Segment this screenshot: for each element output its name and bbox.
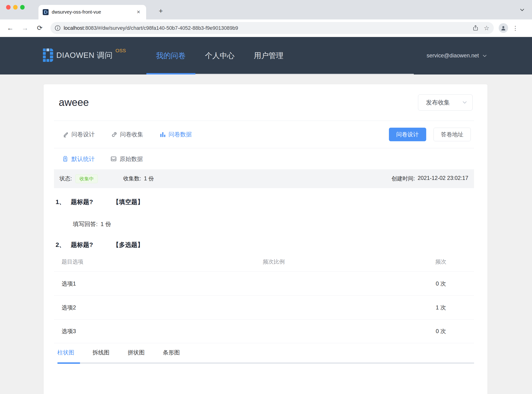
fullscreen-window-button[interactable] <box>20 5 25 10</box>
chart-type-tabs: 柱状图 拆线图 拼状图 条形图 <box>58 343 474 364</box>
answer-value: 1 份 <box>100 220 111 228</box>
question-1-answer: 填写回答: 1 份 <box>73 220 487 228</box>
question-type: 【填空题】 <box>113 198 144 206</box>
tab-label: 问卷数据 <box>169 130 192 138</box>
tab-survey-design[interactable]: 问卷设计 <box>62 130 95 138</box>
question-number: 1、 <box>56 198 65 206</box>
table-header: 题目选项 频次比例 频次 <box>54 252 474 271</box>
option-count: 0 次 <box>408 327 474 335</box>
nav-item-personal-center[interactable]: 个人中心 <box>195 37 245 75</box>
browser-tab[interactable]: dwsurvey-oss-front-vue ✕ <box>38 5 146 20</box>
screenshot-stage: dwsurvey-oss-front-vue ✕ + ← → ⟳ localho… <box>0 0 532 394</box>
nav-item-my-surveys[interactable]: 我的问卷 <box>146 37 195 75</box>
macos-window-controls[interactable] <box>6 5 25 10</box>
status-bar: 状态: 收集中 收集数: 1 份 创建时间: 2021-12-02 23:02:… <box>54 169 474 188</box>
chart-tabs-track <box>58 362 474 364</box>
address-bar[interactable]: localhost:8083/#/dw/survey/d/chart/c98fa… <box>50 22 494 34</box>
forward-button[interactable]: → <box>19 24 31 32</box>
table-row: 选项1 0.00% 0 次 <box>54 271 474 296</box>
close-window-button[interactable] <box>6 5 11 10</box>
url-host: localhost <box>64 25 84 31</box>
survey-section-tabs: 问卷设计 问卷收集 问卷数据 问卷设计 答卷地址 <box>44 121 487 148</box>
chart-tab-pie[interactable]: 拼状图 <box>128 349 145 356</box>
bar-chart-icon <box>160 131 166 138</box>
back-button[interactable]: ← <box>4 24 16 32</box>
inbox-icon <box>110 156 117 162</box>
option-count: 0 次 <box>408 280 474 287</box>
header-option: 题目选项 <box>54 258 263 265</box>
browser-toolbar: ← → ⟳ localhost:8083/#/dw/survey/d/chart… <box>0 20 532 37</box>
status-label: 状态: <box>60 175 72 182</box>
link-icon <box>111 131 118 138</box>
tab-label: 问卷设计 <box>72 130 95 138</box>
publish-collect-select[interactable]: 发布收集 <box>418 94 473 111</box>
tab-title: dwsurvey-oss-front-vue <box>52 9 135 15</box>
created-time-label: 创建时间: <box>392 175 415 182</box>
user-account-menu[interactable]: service@diaowen.net <box>427 37 487 75</box>
question-2-title: 2、 题标题? 【多选题】 <box>56 241 487 249</box>
favicon-icon <box>43 9 49 15</box>
share-icon[interactable] <box>472 25 479 31</box>
user-email: service@diaowen.net <box>427 52 479 59</box>
options-table: 题目选项 频次比例 频次 选项1 0.00% 0 次 选项2 100.00% 1… <box>54 252 474 343</box>
question-type: 【多选题】 <box>113 241 144 249</box>
header-count: 频次 <box>408 258 474 265</box>
tab-survey-data[interactable]: 问卷数据 <box>160 130 192 138</box>
url-text[interactable]: localhost:8083/#/dw/survey/d/chart/c98fa… <box>64 25 469 31</box>
logo-text: DIAOWEN 调问 <box>56 48 113 62</box>
subtab-raw-data[interactable]: 原始数据 <box>110 155 143 163</box>
created-time: 创建时间: 2021-12-02 23:02:17 <box>392 175 468 182</box>
option-label: 选项2 <box>54 304 263 311</box>
nav-item-user-management[interactable]: 用户管理 <box>244 37 293 75</box>
question-1-title: 1、 题标题? 【填空题】 <box>56 198 487 206</box>
new-tab-button[interactable]: + <box>156 6 165 16</box>
question-number: 2、 <box>56 241 65 249</box>
chart-tabs-active-indicator <box>58 362 80 364</box>
bookmark-star-icon[interactable]: ☆ <box>484 24 489 32</box>
minimize-window-button[interactable] <box>13 5 18 10</box>
tab-label: 问卷收集 <box>120 130 143 138</box>
question-text: 题标题? <box>71 198 93 206</box>
app-header: DIAOWEN 调问 OSS 我的问卷 个人中心 用户管理 service@di… <box>0 37 532 75</box>
subtab-label: 默认统计 <box>72 155 95 163</box>
site-info-icon[interactable] <box>55 25 61 31</box>
browser-profile-avatar[interactable] <box>499 23 508 33</box>
option-label: 选项1 <box>54 280 263 287</box>
option-label: 选项3 <box>54 327 263 335</box>
option-count: 1 次 <box>408 304 474 311</box>
chart-tab-hbar[interactable]: 条形图 <box>163 349 180 356</box>
question-text: 题标题? <box>71 241 93 249</box>
table-row: 选项3 0.00% 0 次 <box>54 319 474 343</box>
subtab-default-stats[interactable]: 默认统计 <box>62 155 95 163</box>
publish-select-value: 发布收集 <box>426 98 450 107</box>
app-logo[interactable]: DIAOWEN 调问 OSS <box>43 48 126 62</box>
chevron-down-icon <box>462 99 468 105</box>
survey-card: aweee 发布收集 问卷设计 问卷收集 <box>44 84 487 394</box>
tab-search-chevron-icon[interactable] <box>519 7 525 13</box>
survey-title-row: aweee 发布收集 <box>44 84 487 121</box>
created-time-value: 2021-12-02 23:02:17 <box>418 175 468 182</box>
chevron-down-icon <box>482 53 487 59</box>
browser-menu-icon[interactable]: ⋮ <box>512 25 518 32</box>
survey-title: aweee <box>59 97 89 108</box>
edit-pencil-icon <box>62 131 69 138</box>
chart-tab-bar[interactable]: 柱状图 <box>58 349 74 356</box>
diaowen-logo-icon <box>43 48 53 62</box>
collect-count-value: 1 份 <box>144 175 154 182</box>
tag-icon <box>62 156 69 162</box>
table-row: 选项2 100.00% 1 次 <box>54 296 474 319</box>
logo-oss-badge: OSS <box>115 48 126 53</box>
stats-subtabs: 默认统计 原始数据 <box>44 148 487 169</box>
collect-count-label: 收集数: <box>123 175 141 182</box>
answer-url-button[interactable]: 答卷地址 <box>433 128 471 141</box>
chart-tab-line[interactable]: 拆线图 <box>93 349 110 356</box>
subtab-label: 原始数据 <box>120 155 143 163</box>
url-path: :8083/#/dw/survey/d/chart/c98fa140-50b7-… <box>84 25 238 31</box>
browser-tab-strip: dwsurvey-oss-front-vue ✕ + <box>0 0 532 20</box>
tab-survey-collect[interactable]: 问卷收集 <box>111 130 143 138</box>
tab-close-icon[interactable]: ✕ <box>135 9 142 16</box>
main-nav: 我的问卷 个人中心 用户管理 <box>146 37 293 75</box>
survey-design-button[interactable]: 问卷设计 <box>389 128 426 141</box>
reload-button[interactable]: ⟳ <box>34 24 46 32</box>
header-ratio: 频次比例 <box>263 258 408 265</box>
